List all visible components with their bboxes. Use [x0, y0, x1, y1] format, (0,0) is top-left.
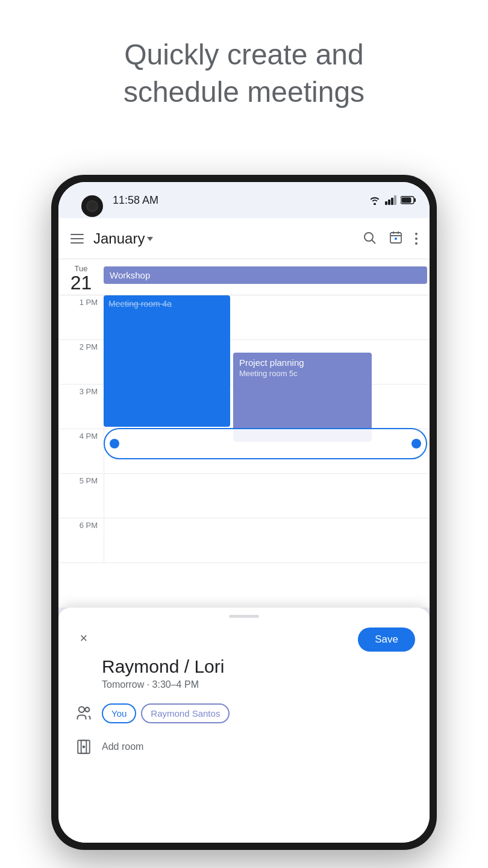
close-button[interactable]: ×: [73, 627, 95, 649]
svg-point-15: [85, 708, 89, 712]
range-handle-start[interactable]: [110, 439, 119, 448]
status-bar: 11:58 AM: [58, 182, 430, 218]
page-header: Quickly create and schedule meetings: [0, 0, 488, 136]
search-icon: [362, 230, 377, 245]
day-number: 21: [70, 273, 92, 292]
chip-you[interactable]: You: [102, 703, 136, 723]
meeting-time: Tomorrow · 3:30–4 PM: [102, 679, 415, 690]
svg-rect-6: [414, 198, 416, 202]
attendees-row: You Raymond Santos: [58, 690, 430, 724]
calendar-icon: [389, 230, 403, 245]
time-label-5pm: 5 PM: [58, 474, 104, 518]
add-room-label[interactable]: Add room: [102, 741, 143, 752]
time-label-3pm: 3 PM: [58, 385, 104, 429]
time-label-4pm: 4 PM: [58, 429, 104, 473]
more-dots-icon: [415, 233, 418, 245]
project-subtitle: Meeting room 5c: [239, 369, 366, 378]
time-grid: 1 PM 2 PM 3 PM 4 PM 5 PM: [58, 295, 430, 596]
svg-rect-3: [394, 195, 396, 205]
chip-raymond[interactable]: Raymond Santos: [141, 703, 230, 723]
sheet-header: × Save: [58, 618, 430, 652]
all-day-area: Workshop: [104, 264, 430, 292]
svg-line-8: [372, 240, 376, 244]
camera-lens: [86, 200, 98, 212]
svg-rect-0: [385, 201, 387, 205]
status-icons: [368, 195, 418, 205]
svg-point-18: [83, 746, 85, 748]
room-icon: [73, 736, 95, 758]
search-button[interactable]: [362, 230, 377, 247]
save-button[interactable]: Save: [358, 627, 415, 652]
range-handle-end[interactable]: [411, 439, 421, 448]
calendar-area: Tue 21 Workshop 1 PM 2 PM: [58, 259, 430, 608]
people-icon: [73, 702, 95, 724]
svg-rect-2: [391, 198, 393, 205]
events-overlay: Meeting room 4a Project planning Meeting…: [104, 295, 430, 596]
signal-icon: [385, 195, 397, 205]
meeting-info: Raymond / Lori Tomorrow · 3:30–4 PM: [58, 652, 430, 690]
door-icon: [76, 739, 92, 755]
time-label-2pm: 2 PM: [58, 340, 104, 384]
day-header: Tue 21 Workshop: [58, 259, 430, 295]
add-room-row: Add room: [58, 724, 430, 758]
calendar-view-button[interactable]: [389, 230, 403, 247]
hamburger-button[interactable]: [70, 234, 84, 244]
meeting-title: Raymond / Lori: [102, 656, 415, 677]
svg-point-13: [395, 237, 397, 240]
phone-frame: 11:58 AM: [51, 175, 437, 850]
meeting-room-title: Meeting room 4a: [108, 299, 225, 309]
dropdown-arrow-icon: [147, 237, 153, 241]
workshop-event[interactable]: Workshop: [104, 266, 427, 284]
day-label-col: Tue 21: [58, 264, 104, 292]
meeting-room-event[interactable]: Meeting room 4a: [104, 295, 230, 427]
app-toolbar: January: [58, 218, 430, 259]
more-options-button[interactable]: [415, 233, 418, 245]
time-label-6pm: 6 PM: [58, 518, 104, 562]
phone-screen: 11:58 AM: [58, 182, 430, 843]
svg-point-7: [364, 233, 373, 241]
svg-point-14: [79, 707, 84, 712]
time-range-selector[interactable]: [104, 428, 427, 459]
wifi-icon: [368, 195, 381, 205]
month-label[interactable]: January: [93, 230, 352, 247]
svg-rect-1: [388, 200, 390, 205]
attendees-icon: [75, 705, 92, 722]
time-label-1pm: 1 PM: [58, 295, 104, 339]
bottom-sheet: × Save Raymond / Lori Tomorrow · 3:30–4 …: [58, 608, 430, 843]
svg-rect-5: [402, 198, 411, 203]
status-time: 11:58 AM: [113, 194, 158, 207]
attendee-chips: You Raymond Santos: [102, 703, 230, 723]
camera-cutout: [81, 195, 103, 217]
toolbar-actions: [362, 230, 418, 247]
battery-icon: [401, 195, 418, 205]
project-title: Project planning: [239, 357, 366, 368]
